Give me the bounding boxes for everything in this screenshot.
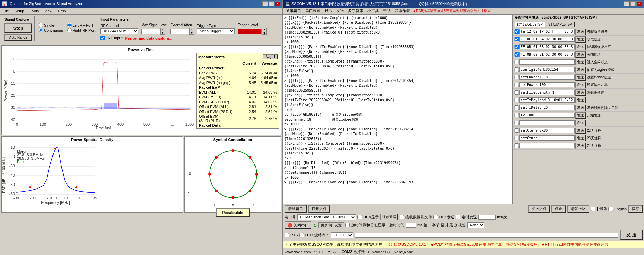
trigger-level-up[interactable]: ▲	[262, 28, 267, 31]
recalculate-button[interactable]: Recalculate	[216, 208, 249, 217]
mc-checkbox-4[interactable]	[514, 52, 519, 57]
menu-tools[interactable]: 小工具	[366, 8, 380, 14]
hex-display-checkbox[interactable]	[357, 215, 362, 219]
menu-contact[interactable]: 联系作者	[393, 8, 411, 14]
mc-send-btn-5[interactable]: 发送	[575, 59, 586, 65]
mc-checkbox-16[interactable]	[514, 143, 519, 148]
continuous-radio[interactable]	[39, 28, 43, 32]
recv-file-checkbox[interactable]	[400, 215, 404, 219]
dtr-checkbox[interactable]	[299, 233, 304, 237]
mc-checkbox-9[interactable]	[514, 90, 519, 95]
promo-text[interactable]: ▲PCB打样降至每款5元顺丰包邮可选杂色！【翻立	[413, 9, 491, 13]
menu-display[interactable]: 显示	[323, 8, 334, 14]
menu-comm-window[interactable]: 通讯窗口	[285, 8, 302, 14]
sscom-minimize[interactable]: _	[624, 1, 629, 6]
tab-stc[interactable]: STC/IAP15 ISP	[546, 22, 575, 27]
menu-send[interactable]: 发送	[335, 8, 345, 14]
right-rf-radio[interactable]	[67, 28, 72, 32]
left-rf-radio[interactable]	[67, 23, 72, 27]
mc-send-btn-9[interactable]: 发送	[575, 89, 586, 96]
menu-port-settings[interactable]: 串口设置	[304, 8, 322, 14]
menu-help[interactable]: Help	[57, 9, 67, 13]
mc-hex-input-3[interactable]	[519, 44, 575, 49]
timeout-input[interactable]: 20	[406, 223, 416, 228]
auto-range-button[interactable]: Auto Range	[4, 34, 32, 41]
rf-channel-select[interactable]: 18 / 2440 MHz	[100, 28, 138, 34]
port-select[interactable]: COM3 Silicon Labs CP210x U	[297, 214, 356, 220]
mc-checkbox-11[interactable]	[514, 105, 519, 110]
hex-send-checkbox[interactable]	[433, 215, 438, 219]
maximize-button[interactable]: □	[269, 1, 274, 6]
ext-atten-input[interactable]: 0.5 dB	[170, 29, 189, 34]
mc-checkbox-1[interactable]	[514, 29, 519, 34]
more-ports-button[interactable]: 更多串口设置	[318, 222, 344, 228]
mc-send-btn-8[interactable]: 发送	[575, 82, 586, 88]
menu-setup[interactable]: Setup	[13, 9, 26, 13]
mc-checkbox-15[interactable]	[514, 136, 519, 140]
sscom-log[interactable]: > {{txEnd}} {txStatus:Complete} {transmi…	[283, 15, 513, 204]
mc-send-btn-10[interactable]: 发送	[575, 97, 586, 103]
send-button[interactable]: 发 送	[620, 230, 643, 240]
max-signal-down[interactable]: ▼	[160, 31, 165, 35]
trigger-level-input[interactable]: -31 dB max	[238, 29, 262, 34]
menu-tools[interactable]: Tools	[28, 9, 40, 13]
rts-checkbox[interactable]	[285, 233, 289, 237]
single-radio[interactable]	[39, 23, 43, 27]
mc-send-btn-11[interactable]: 发送	[575, 105, 586, 111]
tab-stm32[interactable]: stm32/GD32 ISP	[515, 22, 545, 27]
mc-checkbox-3[interactable]	[514, 45, 519, 49]
mc-checkbox-10[interactable]	[514, 98, 519, 102]
max-signal-input[interactable]: 11 dBm	[141, 29, 160, 34]
send-area-button[interactable]: 请发送区	[567, 205, 589, 213]
menu-help[interactable]: 帮助	[382, 8, 392, 14]
clear-window-button[interactable]: 清除窗口	[285, 205, 307, 213]
time-display-checkbox[interactable]	[345, 223, 350, 227]
mc-hex-input-14[interactable]	[519, 128, 575, 133]
mc-checkbox-6[interactable]	[514, 67, 519, 72]
check-select[interactable]: None	[467, 222, 484, 228]
mc-hex-input-13[interactable]	[519, 120, 575, 125]
mc-send-btn-14[interactable]: 发送	[575, 128, 586, 134]
close-button[interactable]: ✕	[275, 1, 280, 6]
mc-hex-input-11[interactable]	[519, 105, 575, 110]
mc-send-btn-3[interactable]: 发送	[575, 44, 586, 50]
mc-send-btn-15[interactable]: 发送	[575, 135, 586, 141]
minimize-button[interactable]: _	[262, 1, 268, 6]
mc-checkbox-13[interactable]	[514, 121, 519, 125]
english-checkbox[interactable]	[608, 207, 613, 211]
mc-checkbox-14[interactable]	[514, 128, 519, 133]
menu-file[interactable]: File	[1, 9, 10, 13]
sscom-close[interactable]: ✕	[636, 1, 642, 6]
timed-send-checkbox[interactable]	[456, 215, 460, 219]
mc-checkbox-7[interactable]	[514, 75, 519, 79]
mc-checkbox-12[interactable]	[514, 113, 519, 117]
baud-select[interactable]: 115200	[331, 232, 353, 238]
trigger-level-down[interactable]: ▼	[262, 31, 267, 35]
mc-hex-input-16[interactable]	[519, 143, 575, 148]
ext-atten-up[interactable]: ▲	[189, 28, 194, 31]
mc-hex-input-10[interactable]	[519, 97, 575, 103]
send-input[interactable]: rx 1	[355, 233, 618, 238]
timed-value-input[interactable]: 1000	[478, 215, 496, 220]
mc-hex-input-8[interactable]	[519, 82, 575, 87]
mc-send-btn-7[interactable]: 发送	[575, 74, 586, 81]
rf-input-checkbox[interactable]	[100, 36, 105, 40]
mc-hex-input-1[interactable]	[519, 29, 575, 34]
mc-send-btn-12[interactable]: 发送	[575, 112, 586, 119]
ext-atten-down[interactable]: ▼	[189, 31, 194, 35]
mc-hex-input-12[interactable]	[519, 113, 575, 118]
mc-send-btn-4[interactable]: 发送	[575, 51, 586, 58]
mc-checkbox-2[interactable]	[514, 37, 519, 41]
mc-hex-input-9[interactable]	[519, 90, 575, 95]
mc-hex-input-6[interactable]	[519, 67, 575, 72]
mc-hex-input-2[interactable]	[519, 37, 575, 42]
mc-send-btn-1[interactable]: 发送	[575, 29, 586, 35]
open-file-button[interactable]: 打开文件	[308, 205, 330, 213]
close-port-button[interactable]: 🔴 关闭串口	[285, 221, 311, 229]
avg-button[interactable]: Avg. 1	[263, 54, 278, 59]
mc-hex-input-5[interactable]	[519, 59, 575, 65]
first-checkbox[interactable]	[591, 207, 595, 211]
menu-view[interactable]: View	[43, 9, 54, 13]
refresh-icon[interactable]: ↻	[313, 223, 317, 228]
max-signal-up[interactable]: ▲	[160, 28, 165, 31]
